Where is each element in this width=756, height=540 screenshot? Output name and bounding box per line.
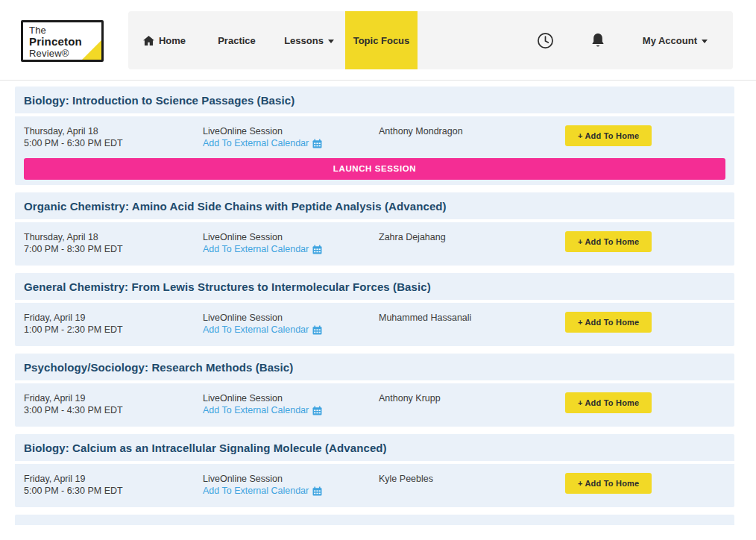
add-to-home-button[interactable]: + Add To Home bbox=[565, 473, 652, 494]
calendar-link-label: Add To External Calendar bbox=[203, 324, 309, 336]
session-card: Psychology/Sociology: Research Methods (… bbox=[15, 354, 734, 427]
session-card: General Chemistry: From Lewis Structures… bbox=[15, 273, 734, 346]
add-to-external-calendar-link[interactable]: Add To External Calendar bbox=[203, 485, 322, 497]
session-time: 5:00 PM - 6:30 PM EDT bbox=[24, 485, 203, 497]
add-to-external-calendar-link[interactable]: Add To External Calendar bbox=[203, 243, 322, 255]
add-to-home-button[interactable]: + Add To Home bbox=[565, 231, 652, 252]
session-type: LiveOnline Session bbox=[203, 312, 379, 324]
clock-icon[interactable] bbox=[531, 25, 561, 55]
add-to-external-calendar-link[interactable]: Add To External Calendar bbox=[203, 404, 322, 416]
session-instructor: Anthony Mondragon bbox=[379, 125, 565, 149]
calendar-link-label: Add To External Calendar bbox=[203, 404, 309, 416]
home-icon bbox=[143, 36, 154, 45]
add-to-home-button[interactable]: + Add To Home bbox=[565, 312, 652, 333]
calendar-icon bbox=[312, 486, 322, 496]
session-card: Organic Chemistry: Amino Acid Side Chain… bbox=[15, 192, 734, 266]
session-date: Thursday, April 18 bbox=[24, 231, 203, 243]
session-title: Biology: Calcium as an Intracellular Sig… bbox=[15, 434, 734, 464]
bell-icon[interactable] bbox=[583, 25, 613, 55]
nav-topic-focus[interactable]: Topic Focus bbox=[345, 11, 418, 69]
logo-yellow-triangle bbox=[82, 40, 101, 60]
add-to-external-calendar-link[interactable]: Add To External Calendar bbox=[203, 137, 322, 149]
session-details: Friday, April 19 3:00 PM - 4:30 PM EDT L… bbox=[15, 383, 734, 427]
chevron-down-icon bbox=[702, 40, 708, 43]
session-instructor: Zahra Dejahang bbox=[379, 231, 565, 255]
session-card: Biology: Introduction to Science Passage… bbox=[15, 87, 734, 185]
session-instructor: Kyle Peebles bbox=[379, 473, 565, 497]
main-nav: Home Practice Lessons Topic Focus My Acc… bbox=[128, 11, 733, 69]
session-date: Thursday, April 18 bbox=[24, 125, 203, 137]
princeton-review-logo[interactable]: The Princeton Review® bbox=[21, 20, 104, 62]
session-time: 5:00 PM - 6:30 PM EDT bbox=[24, 137, 203, 149]
session-instructor: Anthony Krupp bbox=[379, 392, 565, 416]
nav-topic-focus-label: Topic Focus bbox=[353, 35, 410, 46]
session-title: Biology: Introduction to Science Passage… bbox=[15, 87, 734, 116]
session-type: LiveOnline Session bbox=[203, 392, 379, 404]
session-details: Thursday, April 18 7:00 PM - 8:30 PM EDT… bbox=[15, 222, 734, 266]
nav-lessons[interactable]: Lessons bbox=[273, 11, 345, 69]
session-time: 1:00 PM - 2:30 PM EDT bbox=[24, 324, 203, 336]
session-date: Friday, April 19 bbox=[24, 392, 203, 404]
nav-home-label: Home bbox=[159, 35, 186, 46]
session-type: LiveOnline Session bbox=[203, 125, 379, 137]
add-to-home-button[interactable]: + Add To Home bbox=[565, 125, 652, 146]
session-type: LiveOnline Session bbox=[203, 473, 379, 485]
session-card: Biology: Calcium as an Intracellular Sig… bbox=[15, 434, 734, 507]
session-details: Friday, April 19 1:00 PM - 2:30 PM EDT L… bbox=[15, 303, 734, 346]
my-account-label: My Account bbox=[643, 35, 697, 46]
session-time: 7:00 PM - 8:30 PM EDT bbox=[24, 243, 203, 255]
session-details: Friday, April 19 5:00 PM - 6:30 PM EDT L… bbox=[15, 464, 734, 507]
calendar-icon bbox=[312, 406, 322, 415]
session-instructor: Muhammed Hassanali bbox=[379, 312, 565, 336]
session-date: Friday, April 19 bbox=[24, 312, 203, 324]
calendar-icon bbox=[312, 139, 322, 148]
calendar-link-label: Add To External Calendar bbox=[203, 243, 309, 255]
session-type: LiveOnline Session bbox=[203, 231, 379, 243]
session-title: Psychology/Sociology: Research Methods (… bbox=[15, 354, 734, 383]
session-date: Friday, April 19 bbox=[24, 473, 203, 485]
add-to-home-button[interactable]: + Add To Home bbox=[565, 392, 652, 413]
logo-line-the: The bbox=[29, 25, 101, 36]
session-title: Organic Chemistry: Amino Acid Side Chain… bbox=[15, 192, 734, 222]
nav-lessons-label: Lessons bbox=[284, 35, 324, 46]
next-card-partial bbox=[15, 515, 734, 525]
calendar-icon bbox=[312, 325, 322, 335]
calendar-link-label: Add To External Calendar bbox=[203, 485, 309, 497]
app-header: The Princeton Review® Home Practice Less… bbox=[0, 0, 756, 81]
nav-practice[interactable]: Practice bbox=[201, 11, 273, 69]
calendar-link-label: Add To External Calendar bbox=[203, 137, 309, 149]
session-title: General Chemistry: From Lewis Structures… bbox=[15, 273, 734, 303]
nav-practice-label: Practice bbox=[218, 35, 256, 46]
launch-session-button[interactable]: LAUNCH SESSION bbox=[24, 158, 725, 180]
calendar-icon bbox=[312, 245, 322, 254]
chevron-down-icon bbox=[328, 40, 334, 43]
session-details: Thursday, April 18 5:00 PM - 6:30 PM EDT… bbox=[15, 116, 734, 157]
add-to-external-calendar-link[interactable]: Add To External Calendar bbox=[203, 324, 322, 336]
session-time: 3:00 PM - 4:30 PM EDT bbox=[24, 404, 203, 416]
nav-home[interactable]: Home bbox=[128, 11, 201, 69]
session-list: Biology: Introduction to Science Passage… bbox=[15, 87, 734, 525]
my-account-menu[interactable]: My Account bbox=[635, 11, 715, 69]
